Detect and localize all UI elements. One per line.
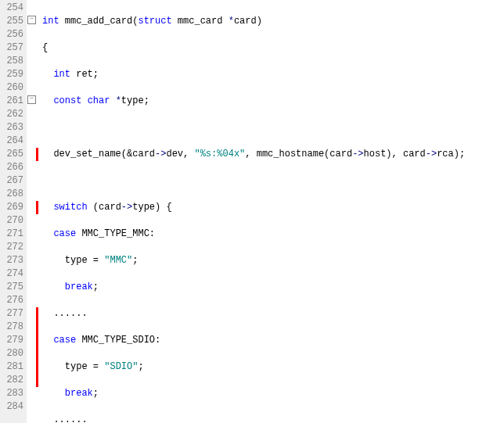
fold-toggle-icon[interactable]: − [27,16,36,24]
code-line: type = "MMC"; [42,254,465,267]
change-marker [36,347,38,360]
line-number: 273 [2,254,23,267]
change-marker [36,334,38,347]
line-number-gutter: 254 255 256 257 258 259 260 261 262 263 … [0,0,27,423]
change-marker [36,374,38,387]
line-number: 275 [2,281,23,294]
change-marker [36,321,38,334]
code-line: dev_set_name(&card->dev, "%s:%04x", mmc_… [42,148,465,161]
line-number: 272 [2,241,23,254]
code-line: type = "SDIO"; [42,360,465,374]
line-number: 262 [2,108,23,121]
line-number: 266 [2,161,23,174]
line-number: 257 [2,41,23,55]
change-marker [36,201,38,214]
code-line: ...... [42,414,465,423]
line-number: 282 [2,374,23,387]
line-number: 276 [2,294,23,307]
code-line: ...... [42,307,465,321]
code-line [42,121,465,134]
line-number: 263 [2,121,23,134]
code-line: { [42,41,465,55]
line-number: 274 [2,267,23,281]
line-number: 281 [2,360,23,374]
line-number: 269 [2,201,23,214]
line-number: 258 [2,55,23,68]
line-number: 265 [2,148,23,161]
code-line: case MMC_TYPE_SDIO: [42,334,465,347]
line-number: 271 [2,228,23,241]
line-number: 267 [2,174,23,188]
change-marker [36,307,38,321]
line-number: 256 [2,28,23,41]
line-number: 284 [2,400,23,414]
code-content[interactable]: int mmc_add_card(struct mmc_card *card) … [39,0,465,423]
code-line: int mmc_add_card(struct mmc_card *card) [42,15,465,28]
line-number: 278 [2,321,23,334]
fold-toggle-icon[interactable]: − [27,95,36,104]
line-number: 279 [2,334,23,347]
change-marker-column [36,0,39,423]
line-number: 261 [2,95,23,108]
code-line: break; [42,281,465,294]
code-editor: 254 255 256 257 258 259 260 261 262 263 … [0,0,504,423]
fold-column: − − [27,0,36,423]
line-number: 255 [2,15,23,28]
line-number: 259 [2,68,23,81]
line-number: 270 [2,214,23,228]
line-number: 280 [2,347,23,360]
line-number: 277 [2,307,23,321]
line-number: 254 [2,2,23,15]
code-line [42,174,465,188]
line-number: 283 [2,387,23,400]
code-line: int ret; [42,68,465,81]
change-marker [36,360,38,374]
line-number: 264 [2,134,23,148]
code-line: break; [42,387,465,400]
code-line: switch (card->type) { [42,201,465,214]
change-marker [36,148,38,161]
code-line: case MMC_TYPE_MMC: [42,228,465,241]
code-line: const char *type; [42,95,465,108]
line-number: 260 [2,81,23,95]
line-number: 268 [2,188,23,201]
